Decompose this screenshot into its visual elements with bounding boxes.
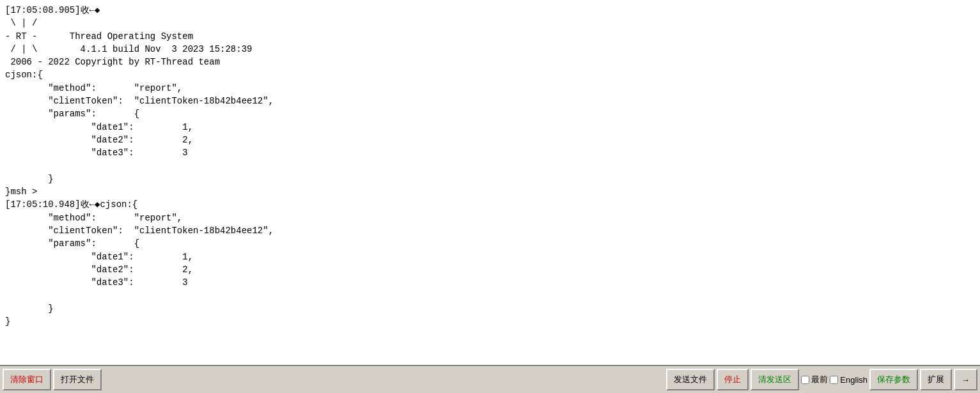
latest-checkbox-group: 最前 bbox=[801, 374, 828, 385]
latest-checkbox[interactable] bbox=[801, 376, 809, 384]
save-params-button[interactable]: 保存参数 bbox=[869, 369, 918, 390]
terminal-line-1: [17:05:08.905]收←◆ \ | / - RT - Thread Op… bbox=[5, 5, 274, 327]
latest-label[interactable]: 最前 bbox=[811, 374, 828, 385]
terminal-output: [17:05:08.905]收←◆ \ | / - RT - Thread Op… bbox=[0, 0, 980, 365]
stop-button[interactable]: 停止 bbox=[717, 369, 749, 390]
expand-button[interactable]: 扩展 bbox=[920, 369, 952, 390]
toolbar: 清除窗口 打开文件 发送文件 停止 清发送区 最前 English 保存参数 扩… bbox=[0, 365, 980, 393]
english-checkbox[interactable] bbox=[830, 376, 838, 384]
clear-window-button[interactable]: 清除窗口 bbox=[3, 369, 51, 390]
arrow-button[interactable]: → bbox=[954, 369, 977, 390]
send-file-button[interactable]: 发送文件 bbox=[666, 369, 715, 390]
open-file-button[interactable]: 打开文件 bbox=[53, 369, 102, 390]
clear-send-button[interactable]: 清发送区 bbox=[751, 369, 799, 390]
english-label[interactable]: English bbox=[840, 375, 867, 385]
english-checkbox-group: English bbox=[830, 375, 867, 385]
